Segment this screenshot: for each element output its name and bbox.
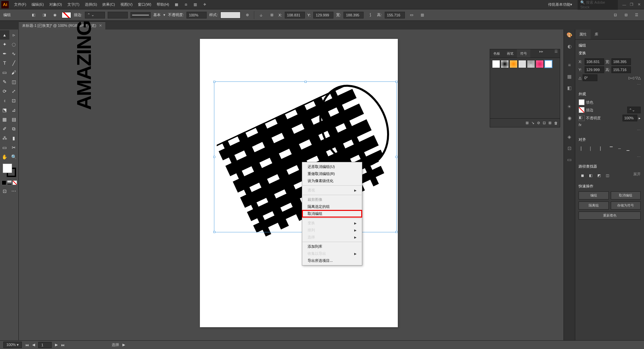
ctx-isolate[interactable]: 隔离选定的组 (302, 203, 362, 210)
align-hcenter[interactable]: │ (587, 145, 594, 152)
arrange-icon[interactable]: ▥ (192, 1, 199, 8)
prop-x-input[interactable]: 108.831 (585, 58, 604, 65)
ctx-pixel-perfect[interactable]: 设为像素级优化 (302, 177, 362, 184)
fill-swatch[interactable] (579, 99, 585, 105)
direct-select-tool[interactable]: ▹ (9, 30, 19, 40)
stroke-profile[interactable] (108, 12, 128, 18)
color-panel-icon[interactable]: 🎨 (566, 31, 574, 39)
prop-angle-input[interactable]: 0° (583, 74, 597, 81)
symbol-item[interactable] (518, 60, 526, 68)
nav-first-icon[interactable]: ⏮ (25, 343, 29, 347)
ctx-add-library[interactable]: 添加到库 (302, 243, 362, 250)
menu-type[interactable]: 文字(T) (65, 0, 82, 9)
quick-ungroup-btn[interactable]: 取消编组 (611, 191, 641, 199)
align-vcenter[interactable]: ─ (616, 145, 623, 152)
blend-tool[interactable]: ⧉ (9, 124, 19, 133)
graphic-styles-icon[interactable]: ◉ (566, 114, 574, 122)
flip-v-icon[interactable]: ▽△ (635, 76, 641, 80)
recolor-art-icon[interactable]: ⊛ (243, 11, 251, 19)
quick-isolate-btn[interactable]: 隔离组 (579, 201, 609, 210)
align-top[interactable]: ▔ (607, 145, 615, 152)
ref-point-icon[interactable]: ⊞ (268, 11, 276, 19)
gradient-tool[interactable]: ▤ (9, 115, 19, 124)
nav-prev-icon[interactable]: ◀ (32, 343, 35, 347)
panel-menu-icon[interactable]: ☰ (552, 49, 560, 58)
libraries-tab[interactable]: 库 (591, 30, 602, 39)
curvature-tool[interactable]: ∿ (9, 49, 19, 58)
zoom-level[interactable]: 100% ▾ (3, 342, 22, 348)
color-mode-btn[interactable] (2, 180, 6, 185)
symbol-item[interactable] (501, 60, 509, 68)
prop-w-input[interactable]: 188.395 (611, 58, 631, 65)
menu-help[interactable]: 帮助(H) (154, 0, 172, 9)
ctx-export-selection[interactable]: 导出所选项目... (302, 257, 362, 264)
menu-effect[interactable]: 效果(C) (100, 0, 117, 9)
screen-mode-btn[interactable]: ⊡ (0, 186, 9, 196)
symbol-item[interactable] (527, 60, 535, 68)
y-input[interactable]: 129.999 (313, 12, 333, 18)
nav-next-icon[interactable]: ▶ (55, 343, 58, 347)
magic-wand-tool[interactable]: ✦ (0, 40, 9, 49)
slice-tool[interactable]: ✂ (9, 143, 19, 152)
align-bottom[interactable]: ▁ (624, 145, 632, 152)
expand-btn[interactable]: 展开 (633, 172, 641, 179)
hand-tool[interactable]: ✋ (0, 152, 9, 162)
appearance-icon[interactable]: ☀ (566, 103, 574, 111)
flip-h-icon[interactable]: ▷◁ (629, 76, 634, 80)
symbol-lib-icon[interactable]: ⊞ (526, 121, 529, 125)
x-input[interactable]: 108.831 (285, 12, 305, 18)
opacity-input[interactable]: 100% (186, 12, 207, 18)
ctx-collect-export[interactable]: 收集以导出▶ (302, 250, 362, 257)
opacity-swatch[interactable]: ◧ (579, 115, 585, 121)
menu-select[interactable]: 选择(S) (82, 0, 100, 9)
edit-toolbar-btn[interactable]: ⋯ (9, 186, 19, 196)
stock-icon[interactable]: ⧈ (182, 1, 189, 8)
shape-builder-tool[interactable]: ⬔ (0, 105, 9, 115)
bridge-icon[interactable]: ▦ (173, 1, 180, 8)
workspace-switcher[interactable]: 传统基本功能 ▾ (545, 2, 575, 7)
delete-symbol-icon[interactable]: 🗑 (554, 121, 558, 125)
pen-tool[interactable]: ✒ (0, 49, 9, 58)
shape-icon[interactable]: ▭ (408, 11, 416, 19)
pf-unite[interactable]: ◼ (579, 172, 586, 179)
align-icon[interactable]: ⫝ (257, 11, 265, 19)
pf-intersect[interactable]: ◩ (595, 172, 603, 179)
rectangle-tool[interactable]: ▭ (0, 68, 9, 77)
more-options-icon[interactable]: ⋯ (579, 155, 641, 159)
new-symbol-icon[interactable]: ⊞ (548, 121, 551, 125)
canvas-area[interactable]: AMAZING (19, 30, 564, 340)
swatches-tab[interactable]: 色板 (490, 49, 503, 58)
layers-icon[interactable]: ◈ (566, 133, 574, 141)
fx-button[interactable]: fx (579, 123, 582, 127)
ctx-transform[interactable]: 变换▶ (302, 220, 362, 227)
isolate-icon[interactable]: ⊡ (611, 11, 619, 19)
stroke-none-swatch[interactable] (62, 12, 71, 18)
eraser-tool[interactable]: ◫ (9, 77, 19, 86)
symbols-tab[interactable]: 符号 (517, 49, 530, 58)
search-stock-input[interactable]: 🔍 搜索 Adobe Stock (578, 0, 618, 10)
mask-icon[interactable]: ⊟ (622, 11, 630, 19)
menu-edit[interactable]: 编辑(E) (29, 0, 47, 9)
quick-recolor-btn[interactable]: 重新着色 (579, 212, 641, 220)
window-minimize[interactable]: — (621, 1, 628, 8)
none-mode-btn[interactable] (12, 180, 17, 185)
gradient-panel-icon[interactable]: ▦ (566, 72, 574, 80)
window-close[interactable]: ✕ (635, 1, 643, 8)
perspective-tool[interactable]: ⊿ (9, 105, 19, 115)
symbol-sprayer-tool[interactable]: ⁂ (0, 133, 9, 143)
asset-export-icon[interactable]: ⊡ (566, 144, 574, 152)
line-tool[interactable]: ╱ (9, 58, 19, 68)
color-guide-icon[interactable]: ◐ (566, 42, 574, 50)
recolor-icon[interactable]: ◉ (51, 11, 59, 19)
shaper-tool[interactable]: ✎ (0, 77, 9, 86)
menu-object[interactable]: 对象(O) (47, 0, 65, 9)
transparency-icon[interactable]: ◧ (566, 84, 574, 92)
align-right[interactable]: ▕ (595, 145, 603, 152)
prop-opacity-input[interactable]: 100% (623, 115, 637, 121)
menu-window[interactable]: 窗口(W) (135, 0, 154, 9)
more-options-icon[interactable]: ⋯ (579, 82, 641, 87)
properties-tab[interactable]: 属性 (575, 30, 591, 39)
prop-h-input[interactable]: 155.716 (611, 66, 631, 73)
brush-def[interactable] (130, 12, 151, 18)
prop-y-input[interactable]: 129.999 (585, 66, 604, 73)
